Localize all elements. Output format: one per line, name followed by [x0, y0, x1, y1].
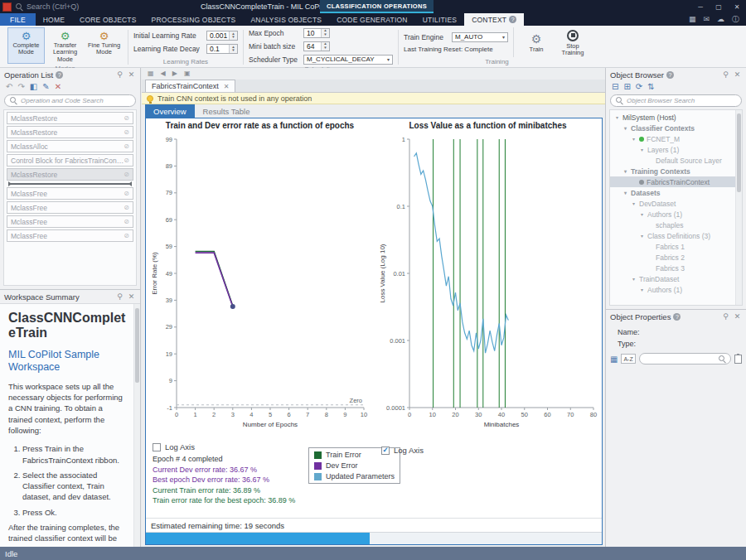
menu-tab-processing-objects[interactable]: PROCESSING OBJECTS: [144, 13, 244, 26]
feedback-icon[interactable]: ✉: [703, 16, 710, 23]
expander-icon[interactable]: ▾: [639, 211, 645, 217]
spinner-arrows-icon[interactable]: ▲▼: [321, 29, 329, 37]
operation-list-item[interactable]: MclassFree⊘: [7, 201, 133, 214]
operation-list-item[interactable]: Control Block for FabricsTrainContext⊘: [7, 154, 133, 167]
sort-icon[interactable]: ⇅: [647, 83, 654, 91]
menu-tab-code-generation[interactable]: CODE GENERATION: [329, 13, 415, 26]
tree-item-classifier-contexts[interactable]: ▾Classifier Contexts: [610, 123, 742, 133]
tree-item-schaples[interactable]: schaples: [610, 220, 742, 230]
close-button[interactable]: ✕: [728, 0, 746, 13]
expander-icon[interactable]: ▾: [622, 125, 628, 131]
object-browser-search-input[interactable]: Object Browser Search: [610, 94, 742, 107]
menu-tab-file[interactable]: FILE: [0, 13, 36, 26]
log-axis-toggle-right[interactable]: ✓ Log Axis: [381, 446, 424, 455]
minimize-button[interactable]: ─: [691, 0, 710, 13]
sort-az-icon[interactable]: A-Z: [621, 354, 635, 364]
train-button[interactable]: ⚙ Train: [519, 31, 554, 53]
scheduler-type-dropdown[interactable]: M_CYCLICAL_DECAY▾: [303, 55, 393, 65]
tree-item-datasets[interactable]: ▾Datasets: [610, 187, 742, 198]
clipboard-icon[interactable]: [734, 355, 742, 364]
expander-icon[interactable]: ▾: [631, 136, 637, 142]
edit-operation-icon[interactable]: ✎: [42, 83, 49, 91]
tree-item-layers-1[interactable]: ▾Layers (1): [610, 144, 742, 155]
tree-item-fabricstraincontext[interactable]: FabricsTrainContext: [610, 176, 742, 187]
expander-icon[interactable]: ▾: [622, 190, 628, 196]
properties-search-input[interactable]: [639, 353, 731, 364]
expander-icon[interactable]: ▾: [631, 200, 637, 206]
expander-icon[interactable]: ▾: [622, 168, 628, 174]
menu-tab-home[interactable]: HOME: [36, 13, 72, 26]
menu-tab-context[interactable]: CONTEXT?: [464, 13, 524, 26]
pin-icon[interactable]: ⚲: [721, 70, 730, 79]
close-panel-icon[interactable]: ✕: [733, 312, 742, 321]
log-axis-checkbox-right[interactable]: ✓: [381, 447, 390, 455]
spinner-arrows-icon[interactable]: ▲▼: [229, 31, 237, 40]
nav-forward-icon[interactable]: ▶: [172, 70, 177, 77]
close-panel-icon[interactable]: ✕: [127, 292, 136, 301]
help-icon[interactable]: ?: [673, 313, 681, 321]
scrollbar-thumb[interactable]: [135, 308, 139, 383]
operation-search-input[interactable]: Operation and Code Search: [4, 94, 136, 107]
expander-icon[interactable]: ▾: [639, 287, 645, 292]
quick-search[interactable]: Search (Ctrl+Q): [16, 2, 114, 11]
tree-item-training-contexts[interactable]: ▾Training Contexts: [610, 166, 742, 176]
initial-learning-rate-input[interactable]: 0.001 ▲▼: [206, 31, 238, 41]
complete-mode-button[interactable]: ⚙Complete Mode: [7, 27, 45, 64]
operation-list-item[interactable]: MclassRestore⊘: [7, 126, 133, 138]
transfer-learning-mode-button[interactable]: ⚙Transfer Learning Mode: [46, 27, 84, 64]
tree-item-fcnet-m[interactable]: ▾FCNET_M: [610, 133, 742, 144]
operation-list-item[interactable]: MclassFree⊘: [7, 229, 133, 242]
pin-icon[interactable]: ⚲: [721, 312, 730, 321]
layout-grid-icon[interactable]: ▦: [148, 70, 154, 77]
undo-icon[interactable]: ↶: [6, 83, 12, 91]
tree-item-authors-1[interactable]: ▾Authors (1): [610, 284, 742, 295]
menu-tab-core-objects[interactable]: CORE OBJECTS: [72, 13, 144, 26]
scrollbar[interactable]: [735, 110, 742, 305]
tab-overview[interactable]: Overview: [145, 104, 195, 118]
expander-icon[interactable]: ▾: [639, 147, 645, 152]
expand-all-icon[interactable]: ⊞: [623, 83, 630, 91]
tree-item-default-source-layer[interactable]: Default Source Layer: [610, 155, 742, 166]
close-tab-icon[interactable]: ✕: [224, 83, 230, 90]
tree-item-class-definitions-3[interactable]: ▾Class Definitions (3): [610, 230, 742, 241]
document-tab[interactable]: FabricsTrainContext ✕: [145, 80, 235, 92]
log-axis-checkbox-left[interactable]: [153, 443, 161, 451]
train-engine-dropdown[interactable]: M_AUTO▾: [452, 32, 508, 42]
help-icon[interactable]: ?: [666, 71, 674, 79]
operation-list-item[interactable]: MclassRestore⊘: [7, 112, 133, 124]
tree-item-fabrics-1[interactable]: Fabrics 1: [610, 241, 742, 252]
operation-list-item[interactable]: MclassAlloc⊘: [7, 140, 133, 152]
log-axis-toggle-left[interactable]: Log Axis: [153, 442, 295, 451]
contextual-tab-label[interactable]: CLASSIFICATION OPERATIONS: [320, 0, 434, 13]
expander-icon[interactable]: ▾: [639, 233, 645, 239]
help-icon[interactable]: ?: [56, 71, 63, 79]
close-panel-icon[interactable]: ✕: [733, 70, 742, 79]
insert-operation-icon[interactable]: ◧: [30, 83, 37, 91]
pin-icon[interactable]: ⚲: [115, 292, 124, 301]
tree-item-authors-1[interactable]: ▾Authors (1): [610, 209, 742, 220]
mini-batch-size-input[interactable]: 64 ▲▼: [303, 41, 330, 51]
menu-tab-analysis-objects[interactable]: ANALYSIS OBJECTS: [243, 13, 329, 26]
learning-rate-decay-input[interactable]: 0.1 ▲▼: [206, 44, 238, 54]
cloud-icon[interactable]: ☁: [717, 16, 724, 23]
stop-training-button[interactable]: Stop Training: [555, 28, 590, 57]
scrollbar[interactable]: [133, 304, 140, 547]
operation-list-item[interactable]: MclassFree⊘: [7, 215, 133, 228]
expander-icon[interactable]: ▾: [631, 276, 637, 282]
operation-list-item[interactable]: MclassRestore⊘: [7, 168, 133, 181]
delete-operation-icon[interactable]: ✕: [55, 83, 61, 91]
tree-item-devdataset[interactable]: ▾DevDataset: [610, 198, 742, 209]
expander-icon[interactable]: ▾: [614, 114, 620, 120]
spinner-arrows-icon[interactable]: ▲▼: [321, 42, 329, 51]
redo-icon[interactable]: ↷: [17, 83, 24, 91]
maximize-button[interactable]: ▢: [710, 0, 728, 13]
close-panel-icon[interactable]: ✕: [127, 70, 136, 79]
tree-item-fabrics-3[interactable]: Fabrics 3: [610, 263, 742, 273]
spinner-arrows-icon[interactable]: ▲▼: [229, 45, 237, 53]
scrollbar-thumb[interactable]: [737, 113, 741, 192]
max-epoch-input[interactable]: 10 ▲▼: [303, 28, 330, 38]
collapse-all-icon[interactable]: ⊟: [612, 83, 618, 91]
tree-item-fabrics-2[interactable]: Fabrics 2: [610, 252, 742, 263]
tab-results-table[interactable]: Results Table: [195, 104, 259, 118]
refresh-icon[interactable]: ⟳: [636, 83, 642, 91]
